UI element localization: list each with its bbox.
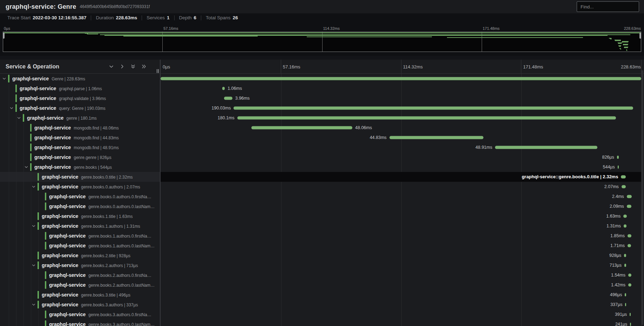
- chevron-down-icon[interactable]: [9, 106, 14, 111]
- span-bar[interactable]: [224, 97, 232, 100]
- vertical-scrollbar[interactable]: [642, 70, 643, 325]
- chevron-down-icon[interactable]: [24, 165, 29, 169]
- span-bar[interactable]: [237, 117, 616, 120]
- double-chevron-right-icon[interactable]: [141, 64, 147, 69]
- span-bar[interactable]: [233, 107, 633, 110]
- span-row[interactable]: graphql-service genre.books.3.authors.0.…: [0, 319, 644, 326]
- minimap-left-handle[interactable]: [3, 33, 5, 39]
- span-row-name-cell[interactable]: graphql-service genre.books.1.authors | …: [0, 221, 161, 231]
- span-row-name-cell[interactable]: graphql-service graphql.validate | 3.96m…: [0, 93, 161, 103]
- span-row-name-cell[interactable]: graphql-service graphql.parse | 1.06ms: [0, 84, 161, 93]
- span-row-name-cell[interactable]: graphql-service genre.books.1.authors.0.…: [0, 241, 161, 251]
- span-operation: genre.books.1.authors.0.lastNam…: [88, 244, 155, 248]
- page-title: graphql-service: Genre: [6, 3, 76, 11]
- span-bar[interactable]: [495, 146, 597, 149]
- span-row[interactable]: graphql-service mongodb.find | 48.06ms 4…: [0, 123, 644, 133]
- span-row-name-cell[interactable]: graphql-service genre.books.1.title | 1.…: [0, 211, 161, 221]
- span-row[interactable]: graphql-service genre.books.3.title | 49…: [0, 290, 644, 300]
- span-row-name-cell[interactable]: graphql-service genre.genre | 826µs: [0, 152, 161, 162]
- chevron-down-icon[interactable]: [16, 115, 21, 120]
- span-row-name-cell[interactable]: graphql-service genre.books.0.title | 2.…: [0, 172, 161, 182]
- span-bar[interactable]: [618, 166, 619, 169]
- span-row[interactable]: graphql-service genre.books.0.title | 2.…: [0, 172, 644, 182]
- span-row[interactable]: graphql-service genre.books.0.authors | …: [0, 182, 644, 192]
- span-row[interactable]: graphql-service graphql.validate | 3.96m…: [0, 93, 644, 103]
- span-row[interactable]: graphql-service genre.books.3.authors.0.…: [0, 310, 644, 319]
- span-row-name-cell[interactable]: graphql-service genre.books.2.title | 92…: [0, 251, 161, 260]
- span-bar[interactable]: [630, 323, 631, 326]
- span-bar[interactable]: [624, 225, 626, 228]
- span-row[interactable]: graphql-service genre | 180.1ms 180.1ms: [0, 113, 644, 123]
- span-row-name-cell[interactable]: graphql-service genre.books.2.authors.0.…: [0, 280, 161, 290]
- span-row[interactable]: graphql-service genre.books | 544µs 544µ…: [0, 162, 644, 172]
- span-row[interactable]: graphql-service mongodb.find | 44.83ms 4…: [0, 133, 644, 142]
- span-bar[interactable]: [251, 126, 352, 129]
- span-row[interactable]: graphql-service genre.genre | 826µs 826µ…: [0, 152, 644, 162]
- span-row-name-cell[interactable]: graphql-service genre.books.2.authors.0.…: [0, 270, 161, 280]
- span-row[interactable]: graphql-service genre.books.3.authors | …: [0, 300, 644, 310]
- span-row-name-cell[interactable]: graphql-service genre.books.3.authors.0.…: [0, 319, 161, 326]
- span-bar[interactable]: [617, 156, 619, 159]
- chevron-down-icon[interactable]: [31, 184, 36, 189]
- span-bar[interactable]: [628, 244, 631, 247]
- minimap-canvas[interactable]: [3, 32, 641, 52]
- span-row[interactable]: graphql-service genre.books.1.authors.0.…: [0, 231, 644, 241]
- span-row[interactable]: graphql-service genre.books.1.title | 1.…: [0, 211, 644, 221]
- span-row[interactable]: graphql-service genre.books.2.authors | …: [0, 260, 644, 270]
- span-row[interactable]: graphql-service genre.books.2.title | 92…: [0, 251, 644, 260]
- chevron-down-icon[interactable]: [2, 76, 7, 81]
- span-row-name-cell[interactable]: graphql-service genre.books.3.authors.0.…: [0, 310, 161, 319]
- span-row-name-cell[interactable]: graphql-service genre.books.3.title | 49…: [0, 290, 161, 300]
- chevron-right-icon[interactable]: [119, 64, 125, 69]
- column-resizer-handle[interactable]: [157, 69, 159, 73]
- span-row[interactable]: graphql-service Genre | 228.63ms: [0, 74, 644, 84]
- span-row-name-cell[interactable]: graphql-service mongodb.find | 48.91ms: [0, 142, 161, 152]
- span-row-name-cell[interactable]: graphql-service genre.books.1.authors.0.…: [0, 231, 161, 241]
- span-row-name-cell[interactable]: graphql-service query: Genre | 190.03ms: [0, 103, 161, 113]
- span-bar[interactable]: [625, 293, 626, 297]
- span-bar[interactable]: [627, 205, 631, 208]
- span-bar[interactable]: [222, 87, 225, 90]
- span-bar[interactable]: [627, 195, 632, 198]
- span-row[interactable]: graphql-service genre.books.2.authors.0.…: [0, 270, 644, 280]
- span-bar[interactable]: [628, 274, 631, 277]
- span-row[interactable]: graphql-service genre.books.1.authors.0.…: [0, 241, 644, 251]
- span-row-name-cell[interactable]: graphql-service Genre | 228.63ms: [0, 74, 161, 84]
- span-row[interactable]: graphql-service query: Genre | 190.03ms …: [0, 103, 644, 113]
- span-row-name-cell[interactable]: graphql-service mongodb.find | 48.06ms: [0, 123, 161, 133]
- span-bar[interactable]: [630, 313, 631, 316]
- span-bar[interactable]: [622, 185, 626, 188]
- chevron-down-icon[interactable]: [31, 263, 36, 268]
- span-row[interactable]: graphql-service genre.books.0.authors.0.…: [0, 192, 644, 201]
- span-row[interactable]: graphql-service genre.books.2.authors.0.…: [0, 280, 644, 290]
- span-row[interactable]: graphql-service genre.books.1.authors | …: [0, 221, 644, 231]
- chevron-down-icon[interactable]: [31, 224, 36, 228]
- span-row-timeline-cell: 544µs: [161, 162, 641, 172]
- minimap-right-handle[interactable]: [639, 33, 641, 39]
- span-row[interactable]: graphql-service graphql.parse | 1.06ms 1…: [0, 84, 644, 93]
- span-row[interactable]: graphql-service genre.books.0.authors.0.…: [0, 201, 644, 211]
- span-bar[interactable]: [625, 303, 626, 306]
- span-bar[interactable]: [624, 264, 626, 267]
- span-bar[interactable]: [623, 215, 627, 218]
- span-bar[interactable]: [628, 284, 631, 287]
- span-row[interactable]: graphql-service mongodb.find | 48.91ms 4…: [0, 142, 644, 152]
- span-bar[interactable]: [161, 77, 641, 80]
- span-bar[interactable]: [624, 254, 626, 257]
- span-row-name-cell[interactable]: graphql-service genre.books | 544µs: [0, 162, 161, 172]
- span-row-name-cell[interactable]: graphql-service genre.books.0.authors.0.…: [0, 201, 161, 211]
- span-row-name-cell[interactable]: graphql-service genre.books.0.authors | …: [0, 182, 161, 192]
- find-input[interactable]: [577, 1, 639, 12]
- chevron-down-icon[interactable]: [31, 302, 36, 307]
- span-bar[interactable]: [628, 234, 631, 238]
- chevron-down-icon[interactable]: [108, 64, 114, 69]
- span-row-name-cell[interactable]: graphql-service genre.books.2.authors | …: [0, 260, 161, 270]
- span-service-name: graphql-service: [27, 115, 63, 121]
- span-bar[interactable]: [621, 175, 626, 179]
- double-chevron-down-icon[interactable]: [130, 64, 136, 69]
- span-row-name-cell[interactable]: graphql-service mongodb.find | 44.83ms: [0, 133, 161, 142]
- span-bar[interactable]: [389, 136, 484, 139]
- span-row-name-cell[interactable]: graphql-service genre.books.0.authors.0.…: [0, 192, 161, 201]
- span-row-name-cell[interactable]: graphql-service genre | 180.1ms: [0, 113, 161, 123]
- span-row-name-cell[interactable]: graphql-service genre.books.3.authors | …: [0, 300, 161, 310]
